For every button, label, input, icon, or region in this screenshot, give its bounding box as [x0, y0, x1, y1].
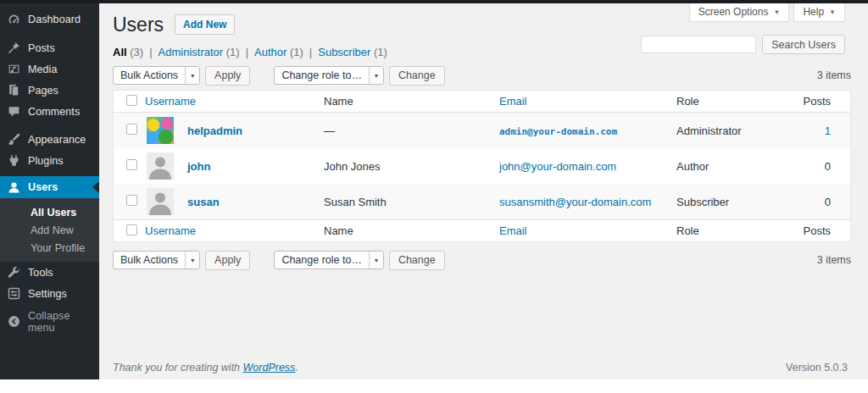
- select-arrow-icon: ▼: [185, 67, 199, 84]
- help-tab[interactable]: Help ▼: [793, 3, 845, 22]
- sidebar-item-your-profile[interactable]: Your Profile: [0, 239, 99, 257]
- bulk-actions-value: Bulk Actions: [114, 67, 185, 84]
- bulk-actions-select[interactable]: Bulk Actions ▼: [113, 66, 200, 85]
- settings-icon: [8, 287, 20, 300]
- sidebar-item-plugins[interactable]: Plugins: [0, 150, 99, 171]
- screen-options-label: Screen Options: [698, 6, 769, 18]
- footer-thanks-text: Thank you for creating with: [113, 362, 243, 374]
- select-all-checkbox[interactable]: [126, 95, 137, 106]
- admin-content: Screen Options ▼ Help ▼ Search Users Use…: [99, 3, 868, 379]
- users-table: Username Name Email Role Posts helpadmin…: [113, 90, 851, 242]
- sidebar-item-media[interactable]: Media: [0, 58, 99, 80]
- row-checkbox[interactable]: [126, 159, 137, 170]
- sidebar-item-comments[interactable]: Comments: [0, 101, 99, 122]
- role-column-header: Role: [676, 95, 783, 108]
- select-arrow-icon: ▼: [369, 67, 383, 84]
- view-count: (1): [290, 46, 303, 58]
- view-label: All: [113, 46, 127, 58]
- view-subscriber-link[interactable]: Subscriber (1): [318, 46, 387, 58]
- row-checkbox[interactable]: [126, 195, 137, 206]
- sidebar-item-label: Dashboard: [28, 14, 81, 25]
- username-link[interactable]: john: [187, 160, 210, 173]
- view-count: (3): [130, 46, 143, 58]
- wrench-icon: [8, 266, 20, 279]
- role-cell: Administrator: [676, 125, 783, 137]
- posts-count-link[interactable]: 1: [825, 125, 831, 137]
- name-column-header: Name: [324, 95, 499, 108]
- username-column-header[interactable]: Username: [145, 224, 196, 237]
- sidebar-item-tools[interactable]: Tools: [0, 262, 99, 283]
- search-users-button[interactable]: Search Users: [762, 35, 845, 54]
- collapse-arrow-icon: [8, 315, 20, 328]
- view-author-link[interactable]: Author (1): [254, 46, 303, 58]
- bottom-toolbar: Bulk Actions ▼ Apply Change role to… ▼ C…: [113, 250, 851, 270]
- mystery-person-avatar: [147, 152, 174, 180]
- sidebar-item-label: Media: [28, 64, 58, 75]
- view-separator: |: [149, 46, 152, 58]
- sidebar-item-label: Plugins: [28, 155, 64, 167]
- posts-column-header: Posts: [783, 224, 850, 237]
- table-footer-row: Username Name Email Role Posts: [114, 219, 850, 241]
- username-column-header[interactable]: Username: [145, 95, 196, 108]
- bulk-actions-select[interactable]: Bulk Actions ▼: [113, 251, 200, 269]
- pushpin-icon: [8, 42, 20, 54]
- change-role-value: Change role to…: [275, 252, 369, 268]
- role-cell: Subscriber: [676, 196, 783, 208]
- table-row: john John Jones john@your-domain.com Aut…: [114, 148, 850, 184]
- sidebar-item-add-new[interactable]: Add New: [0, 221, 99, 239]
- search-users-input[interactable]: [641, 36, 756, 53]
- top-toolbar: Bulk Actions ▼ Apply Change role to… ▼ C…: [113, 65, 851, 86]
- username-link[interactable]: helpadmin: [187, 125, 242, 137]
- bulk-actions-value: Bulk Actions: [114, 252, 185, 268]
- select-all-checkbox[interactable]: [126, 224, 137, 235]
- name-cell: John Jones: [324, 160, 499, 173]
- sidebar-item-settings[interactable]: Settings: [0, 283, 99, 304]
- apply-button[interactable]: Apply: [205, 66, 250, 86]
- change-button[interactable]: Change: [389, 251, 445, 270]
- dashboard-icon: [8, 14, 20, 26]
- add-new-button[interactable]: Add New: [175, 14, 235, 35]
- table-header-row: Username Name Email Role Posts: [114, 91, 850, 113]
- change-button[interactable]: Change: [389, 66, 445, 86]
- items-count: 3 items: [817, 69, 851, 81]
- chevron-down-icon: ▼: [829, 8, 836, 16]
- users-submenu: All Users Add New Your Profile: [0, 198, 99, 262]
- sidebar-separator: [0, 122, 99, 129]
- footer-thanks-period: .: [295, 362, 298, 374]
- username-link[interactable]: susan: [187, 196, 220, 208]
- apply-button[interactable]: Apply: [205, 251, 250, 270]
- name-cell: Susan Smith: [324, 196, 499, 208]
- mystery-person-avatar: [147, 188, 174, 215]
- screen-options-tab[interactable]: Screen Options ▼: [689, 3, 790, 22]
- change-role-select[interactable]: Change role to… ▼: [274, 66, 384, 85]
- email-link[interactable]: admin@your-domain.com: [499, 126, 617, 137]
- sidebar-item-posts[interactable]: Posts: [0, 37, 99, 58]
- sidebar-item-dashboard[interactable]: Dashboard: [0, 8, 99, 30]
- email-link[interactable]: susansmith@your-domain.com: [499, 196, 651, 208]
- view-label: Subscriber: [318, 46, 370, 58]
- table-row: helpadmin — admin@your-domain.com Admini…: [114, 113, 850, 148]
- posts-count: 0: [783, 160, 850, 173]
- email-column-header[interactable]: Email: [499, 95, 527, 108]
- view-separator: |: [309, 46, 312, 58]
- search-box: Search Users: [641, 35, 845, 54]
- name-cell: —: [324, 125, 499, 137]
- change-role-select[interactable]: Change role to… ▼: [274, 251, 384, 269]
- change-role-value: Change role to…: [275, 67, 369, 84]
- sidebar-item-users[interactable]: Users: [0, 176, 99, 198]
- wordpress-link[interactable]: WordPress: [243, 362, 296, 374]
- email-link[interactable]: john@your-domain.com: [499, 160, 616, 173]
- email-column-header[interactable]: Email: [499, 224, 527, 237]
- sidebar-item-all-users[interactable]: All Users: [0, 203, 99, 221]
- version-text: Version 5.0.3: [786, 362, 848, 374]
- page-title: Users: [113, 15, 164, 35]
- sidebar-item-pages[interactable]: Pages: [0, 80, 99, 101]
- view-administrator-link[interactable]: Administrator (1): [159, 46, 240, 58]
- sidebar-item-collapse-menu[interactable]: Collapse menu: [0, 311, 99, 332]
- chevron-down-icon: ▼: [773, 8, 780, 16]
- view-all-link[interactable]: All (3): [113, 46, 143, 58]
- wordpress-admin-screen: Dashboard Posts Media Pages Comments App…: [0, 0, 868, 393]
- sidebar-item-appearance[interactable]: Appearance: [0, 129, 99, 150]
- sidebar-separator: [0, 30, 99, 37]
- row-checkbox[interactable]: [126, 124, 137, 135]
